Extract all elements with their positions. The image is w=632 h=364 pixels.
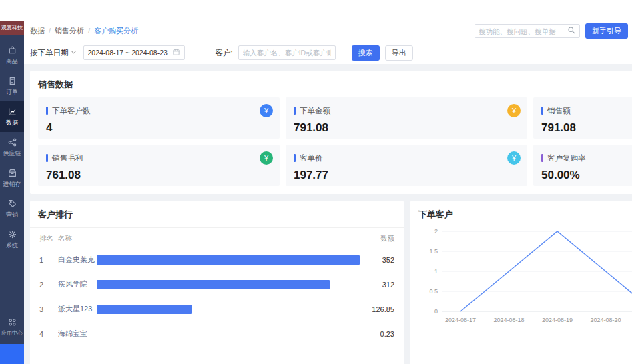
- stat-label: 下单金额: [300, 106, 330, 116]
- stat-tile-repurchase-rate: 客户复购率 50.00%: [533, 145, 632, 186]
- stat-grid: 下单客户数 ¥ 4 下单金额 ¥ 791.08: [38, 97, 632, 186]
- svg-text:2024-08-20: 2024-08-20: [590, 317, 621, 323]
- stat-label: 客单价: [300, 153, 323, 163]
- yuan-circle-icon: ¥: [260, 104, 273, 117]
- date-range-input[interactable]: [83, 45, 185, 60]
- global-search-input[interactable]: [479, 27, 567, 35]
- content: 销售数据 下单客户数 ¥ 4: [24, 64, 632, 364]
- column-header-rank: 排名: [39, 234, 58, 243]
- svg-text:0: 0: [434, 308, 438, 315]
- order-icon: [7, 76, 17, 86]
- customer-search-input[interactable]: [243, 49, 331, 57]
- app-window: 观麦科技 商品 订单: [0, 21, 632, 364]
- goods-icon: [7, 45, 17, 55]
- export-button[interactable]: 导出: [385, 45, 413, 61]
- stat-tile-order-customers: 下单客户数 ¥ 4: [38, 97, 280, 139]
- beginner-guide-button[interactable]: 新手引导: [585, 23, 628, 39]
- amount-cell: 312: [360, 281, 394, 289]
- stat-accent-bar: [294, 154, 296, 162]
- sales-data-title: 销售数据: [38, 79, 632, 91]
- chevron-down-icon: [71, 49, 77, 57]
- order-customers-title: 下单客户: [418, 209, 632, 221]
- price-tag-icon: [7, 199, 17, 209]
- table-row: 1 白金史莱克 352: [30, 247, 404, 272]
- table-row: 4 海绵宝宝 0.23: [30, 321, 404, 346]
- sidebar-item-goods[interactable]: 商品: [0, 40, 24, 71]
- customer-name: 疾风学院: [58, 279, 97, 289]
- stat-accent-bar: [46, 154, 48, 162]
- table-row: 2 疾风学院 312: [30, 272, 404, 297]
- sidebar-item-system[interactable]: 系统: [0, 224, 24, 255]
- table-row: 3 派大星123 126.85: [30, 297, 404, 321]
- ranking-bar: [97, 280, 330, 289]
- date-range-value[interactable]: [88, 49, 170, 57]
- sidebar-item-inventory[interactable]: 进销存: [0, 163, 24, 193]
- svg-text:2024-08-19: 2024-08-19: [542, 317, 573, 323]
- stat-label: 销售毛利: [52, 153, 83, 163]
- rank-cell: 4: [39, 330, 58, 338]
- date-type-dropdown[interactable]: 按下单日期: [30, 48, 77, 58]
- rank-cell: 2: [39, 281, 58, 289]
- sidebar-item-label: 数据: [6, 119, 18, 127]
- brand-logo: 观麦科技: [0, 21, 24, 35]
- svg-text:0.5: 0.5: [429, 288, 438, 295]
- price-circle-icon: ¥: [507, 151, 521, 165]
- stat-tile-gross-profit: 销售毛利 ¥ 761.08: [38, 145, 280, 186]
- ranking-bar: [97, 305, 192, 314]
- customer-filter-label: 客户:: [216, 48, 233, 58]
- sidebar-item-supply-chain[interactable]: 供应链: [0, 132, 24, 163]
- stat-value: 791.08: [541, 121, 632, 135]
- breadcrumb-item[interactable]: 数据: [30, 26, 55, 36]
- amount-cell: 0.23: [360, 330, 394, 338]
- sidebar-item-label: 订单: [6, 88, 18, 97]
- sidebar: 观麦科技 商品 订单: [0, 21, 24, 364]
- stat-tile-order-amount: 下单金额 ¥ 791.08: [286, 97, 527, 139]
- amount-cell: 126.85: [360, 305, 394, 313]
- calendar-icon: [172, 47, 180, 59]
- sidebar-item-data[interactable]: 数据: [0, 101, 24, 132]
- stat-accent-bar: [294, 107, 296, 115]
- breadcrumb-item[interactable]: 销售分析: [55, 26, 94, 36]
- sidebar-bottom-banner[interactable]: [0, 344, 24, 364]
- stat-value: 50.00%: [541, 169, 632, 182]
- stat-label: 下单客户数: [52, 106, 91, 116]
- customer-ranking-card: 客户排行 排名 名称 数额 1 白金史莱克 352: [30, 201, 404, 364]
- column-header-amount: 数额: [360, 234, 394, 243]
- stat-tile-sales-amount: 销售额 791.08: [533, 97, 632, 139]
- sales-data-card: 销售数据 下单客户数 ¥ 4: [30, 71, 632, 194]
- stat-label: 销售额: [547, 106, 571, 116]
- gear-icon: [7, 229, 17, 239]
- page: 观麦科技 商品 订单: [0, 0, 632, 364]
- ranking-table-header: 排名 名称 数额: [30, 228, 404, 247]
- ranking-bar: [97, 255, 360, 265]
- search-icon[interactable]: [567, 25, 576, 37]
- coin-circle-icon: ¥: [507, 104, 521, 117]
- bottom-row: 客户排行 排名 名称 数额 1 白金史莱克 352: [30, 201, 632, 364]
- sidebar-item-label: 供应链: [3, 149, 21, 158]
- sidebar-item-orders[interactable]: 订单: [0, 71, 24, 101]
- sidebar-item-label: 系统: [6, 241, 18, 250]
- sidebar-item-label: 进销存: [3, 180, 21, 189]
- rank-cell: 1: [39, 256, 58, 264]
- sidebar-item-marketing[interactable]: 营销: [0, 193, 24, 224]
- topbar: 数据 销售分析 客户购买分析 新手引导: [24, 21, 632, 41]
- column-header-name: 名称: [58, 234, 97, 243]
- stat-accent-bar: [541, 154, 543, 162]
- stat-accent-bar: [46, 107, 48, 115]
- profit-circle-icon: ¥: [260, 151, 273, 165]
- global-search: [475, 24, 580, 38]
- breadcrumb-item-current: 客户购买分析: [94, 26, 138, 36]
- customer-ranking-title: 客户排行: [30, 209, 404, 228]
- date-type-label: 按下单日期: [30, 48, 69, 58]
- svg-text:1: 1: [434, 268, 438, 275]
- stat-accent-bar: [541, 107, 543, 115]
- search-button[interactable]: 搜索: [352, 45, 380, 61]
- amount-cell: 352: [360, 256, 394, 264]
- customer-name: 白金史莱克: [58, 255, 97, 265]
- rank-cell: 3: [39, 305, 58, 313]
- customer-name: 派大星123: [58, 304, 97, 314]
- svg-text:1.5: 1.5: [429, 248, 438, 255]
- sidebar-item-label: 应用中心: [1, 329, 23, 337]
- sidebar-item-app-center[interactable]: 应用中心: [0, 312, 24, 341]
- stat-tile-avg-price: 客单价 ¥ 197.77: [286, 145, 527, 186]
